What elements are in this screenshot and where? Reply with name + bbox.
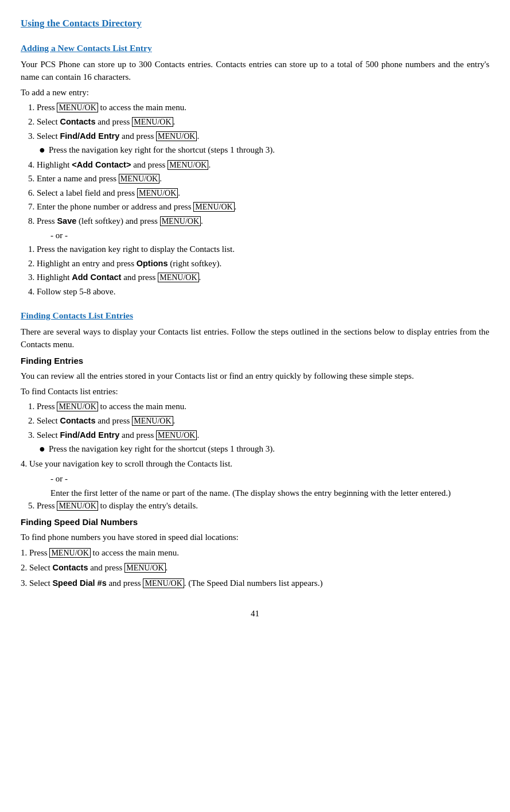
section-adding: Adding a New Contacts List Entry Your PC…: [21, 41, 489, 298]
page-title: Using the Contacts Directory: [21, 16, 489, 31]
menuok-kbd: MENU/OK: [119, 174, 159, 184]
to-add-label: To add a new entry:: [21, 86, 489, 99]
list-item: Highlight Add Contact and press MENU/OK.: [37, 271, 489, 284]
find-step5: Press MENU/OK to display the entry's det…: [37, 499, 489, 512]
contacts-bold2: Contacts: [60, 416, 95, 425]
menuok-kbd: MENU/OK: [57, 501, 98, 511]
finding-entries-title: Finding Entries: [21, 355, 489, 368]
list-item: Press MENU/OK to access the main menu.: [37, 400, 489, 413]
list-item: Follow step 5-8 above.: [37, 285, 489, 298]
speed-dial-step1: 1. Press MENU/OK to access the main menu…: [21, 546, 489, 560]
speed-dial-step2: 2. Select Contacts and press MENU/OK.: [21, 561, 489, 574]
options-bold: Options: [137, 259, 168, 268]
bullet-item-a: ● Press the navigation key right for the…: [39, 143, 489, 157]
list-item: Press MENU/OK to access the main menu.: [37, 101, 489, 114]
to-find-label: To find Contacts list entries:: [21, 385, 489, 398]
menuok-kbd: MENU/OK: [132, 416, 173, 426]
list-item: Select a label field and press MENU/OK.: [37, 187, 489, 200]
list-item: Press the navigation key right to displa…: [37, 243, 489, 256]
step4-text: 4. Use your navigation key to scroll thr…: [21, 457, 489, 471]
bullet-dot: ●: [39, 143, 45, 157]
add-steps-c: Press the navigation key right to displa…: [37, 243, 489, 298]
save-bold: Save: [57, 216, 76, 226]
subsection-speed-dial: Finding Speed Dial Numbers To find phone…: [21, 516, 489, 590]
bullet-dot2: ●: [39, 442, 45, 456]
section-finding-intro: There are several ways to display your C…: [21, 325, 489, 351]
section-finding: Finding Contacts List Entries There are …: [21, 309, 489, 590]
list-item: Enter the phone number or address and pr…: [37, 200, 489, 213]
list-item: Press MENU/OK to display the entry's det…: [37, 499, 489, 512]
add-steps-b: Highlight <Add Contact> and press MENU/O…: [37, 158, 489, 228]
list-item: Select Contacts and press MENU/OK.: [37, 115, 489, 129]
menuok-kbd: MENU/OK: [137, 188, 178, 198]
menuok-kbd: MENU/OK: [156, 430, 197, 440]
menuok-kbd: MENU/OK: [132, 117, 173, 127]
menuok-kbd: MENU/OK: [158, 273, 198, 282]
list-item: Highlight <Add Contact> and press MENU/O…: [37, 158, 489, 172]
menuok-kbd: MENU/OK: [168, 160, 208, 170]
addcontact2-bold: Add Contact: [72, 273, 121, 282]
bullet-item-b: ● Press the navigation key right for the…: [39, 442, 489, 456]
bullet-text-b: Press the navigation key right for the s…: [49, 442, 489, 456]
add-steps-a: Press MENU/OK to access the main menu. S…: [37, 101, 489, 142]
findadd-bold: Find/Add Entry: [60, 131, 119, 141]
findadd-bold2: Find/Add Entry: [60, 430, 119, 440]
section-adding-title: Adding a New Contacts List Entry: [21, 41, 489, 55]
menuok-kbd: MENU/OK: [124, 563, 165, 573]
addcontact-bold: <Add Contact>: [72, 160, 131, 169]
section-finding-title: Finding Contacts List Entries: [21, 309, 489, 322]
menuok-kbd: MENU/OK: [156, 131, 197, 141]
contacts-bold: Contacts: [60, 117, 95, 126]
menuok-kbd: MENU/OK: [143, 578, 184, 588]
enter-text-block: Enter the first letter of the name or pa…: [50, 487, 489, 500]
list-item: Highlight an entry and press Options (ri…: [37, 257, 489, 270]
finding-entries-para1: You can review all the entries stored in…: [21, 370, 489, 383]
list-item: Select Contacts and press MENU/OK.: [37, 414, 489, 428]
list-item: Press Save (left softkey) and press MENU…: [37, 215, 489, 228]
speed-dial-intro: To find phone numbers you have stored in…: [21, 531, 489, 544]
menuok-kbd: MENU/OK: [57, 103, 98, 112]
menuok-kbd: MENU/OK: [57, 402, 98, 411]
speeddial-bold: Speed Dial #s: [52, 578, 106, 588]
or-line-2: - or -: [50, 472, 489, 485]
list-item: Select Find/Add Entry and press MENU/OK.: [37, 130, 489, 143]
menuok-kbd: MENU/OK: [49, 548, 90, 558]
menuok-kbd: MENU/OK: [160, 216, 201, 226]
menuok-kbd: MENU/OK: [193, 202, 234, 212]
list-item: Enter a name and press MENU/OK.: [37, 172, 489, 185]
or-line-1: - or -: [50, 229, 489, 242]
speed-dial-step3: 3. Select Speed Dial #s and press MENU/O…: [21, 577, 489, 590]
contacts-bold3: Contacts: [52, 563, 88, 572]
page-number: 41: [21, 607, 489, 620]
speed-dial-title: Finding Speed Dial Numbers: [21, 516, 489, 529]
find-steps: Press MENU/OK to access the main menu. S…: [37, 400, 489, 441]
section-adding-intro: Your PCS Phone can store up to 300 Conta…: [21, 58, 489, 84]
bullet-text-a: Press the navigation key right for the s…: [49, 143, 489, 157]
subsection-finding-entries: Finding Entries You can review all the e…: [21, 355, 489, 512]
list-item: Select Find/Add Entry and press MENU/OK.: [37, 429, 489, 442]
